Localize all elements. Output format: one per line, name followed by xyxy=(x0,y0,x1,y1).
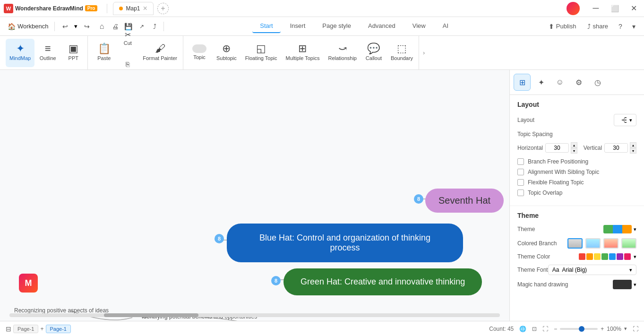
branch-icon-3[interactable] xyxy=(603,238,618,249)
outline-button[interactable]: ≡ Outline xyxy=(35,39,60,67)
undo-button[interactable]: ↩ xyxy=(59,20,72,33)
redo-button[interactable]: ↪ xyxy=(80,20,94,33)
checkbox-alignment-box[interactable] xyxy=(517,169,524,175)
publish-button[interactable]: ⬆ Publish xyxy=(543,20,582,33)
help-button[interactable]: ? xyxy=(614,20,627,33)
settings-dropdown[interactable]: ▾ xyxy=(627,20,640,33)
canvas-area[interactable]: 8 Seventh Hat 8 Blue Hat: Control and or… xyxy=(0,70,509,321)
fullscreen-icon[interactable]: ⛶ xyxy=(542,326,548,332)
checkbox-flexible-box[interactable] xyxy=(517,179,524,186)
panel-emoji-btn[interactable]: ☺ xyxy=(551,74,568,91)
branch-circle-seventh[interactable]: 8 xyxy=(414,194,423,204)
horizontal-scrollbar[interactable] xyxy=(9,313,500,317)
app-name: Wondershare EdrawMind xyxy=(15,5,83,12)
current-page-tag[interactable]: Page-1 xyxy=(46,325,71,333)
zoom-out-icon[interactable]: − xyxy=(554,326,557,332)
mindmap-button[interactable]: ✦ MindMap xyxy=(6,39,34,67)
tab-insert[interactable]: Insert xyxy=(283,19,313,33)
vertical-down[interactable]: ▾ xyxy=(630,148,636,154)
green-hat-topic[interactable]: Green Hat: Creative and innovative think… xyxy=(283,268,482,295)
ppt-label: PPT xyxy=(69,55,78,61)
tab-close-icon[interactable]: × xyxy=(143,4,147,13)
magic-drawing-label: Magic hand drawing xyxy=(517,281,568,288)
panel-sparkle-btn[interactable]: ✦ xyxy=(532,74,550,91)
floating-topic-label: Floating Topic xyxy=(245,55,277,61)
vertical-input[interactable] xyxy=(604,143,628,153)
tab-advanced[interactable]: Advanced xyxy=(361,19,403,33)
theme-font-selector[interactable]: Aa Arial (Big) ▾ xyxy=(548,265,636,275)
page-1-tag[interactable]: Page-1 xyxy=(13,325,38,333)
format-painter-button[interactable]: 🖌 Format Painter xyxy=(139,39,181,67)
seventh-hat-node[interactable]: 8 Seventh Hat xyxy=(425,189,504,213)
paste-button[interactable]: 📋 Paste xyxy=(92,39,116,67)
horizontal-up[interactable]: ▴ xyxy=(571,142,577,148)
zoom-slider[interactable] xyxy=(560,328,598,330)
minimize-button[interactable]: ─ xyxy=(589,2,602,15)
relationship-button[interactable]: ⤻ Relationship xyxy=(324,39,361,67)
fullscreen-button[interactable]: ⛶ xyxy=(633,326,638,332)
callout-icon: 💬 xyxy=(367,43,380,54)
callout-button[interactable]: 💬 Callout xyxy=(361,39,386,67)
home-button[interactable]: ⌂ xyxy=(95,20,109,33)
layout-selector[interactable]: ▾ xyxy=(614,114,636,126)
tab-ai[interactable]: AI xyxy=(435,19,456,33)
vertical-up[interactable]: ▴ xyxy=(630,142,636,148)
tab-add-button[interactable]: + xyxy=(157,3,169,14)
maximize-button[interactable]: ⬜ xyxy=(608,2,621,15)
toolbar-more[interactable]: › xyxy=(421,47,427,58)
floating-topic-button[interactable]: ◱ Floating Topic xyxy=(241,39,281,67)
globe-icon[interactable]: 🌐 xyxy=(519,326,526,332)
cut-label: Cut xyxy=(124,40,132,46)
divider2 xyxy=(163,22,164,31)
zoom-dropdown[interactable]: ▾ xyxy=(624,326,627,332)
theme-color-swatches xyxy=(579,253,631,260)
workbench-button[interactable]: 🏠 Workbench xyxy=(4,21,52,32)
checkbox-branch-free-box[interactable] xyxy=(517,158,524,165)
tab-view[interactable]: View xyxy=(405,19,433,33)
theme-color-selector[interactable]: ▾ xyxy=(579,253,636,260)
panel-clock-btn[interactable]: ◷ xyxy=(589,74,606,91)
boundary-button[interactable]: ⬚ Boundary xyxy=(387,39,417,67)
share-button[interactable]: ⤴ share xyxy=(582,20,614,33)
scrollbar-thumb[interactable] xyxy=(104,313,198,317)
app-tab[interactable]: Map1 × xyxy=(113,2,153,15)
topic-button[interactable]: Topic xyxy=(187,39,212,67)
panel-layout-btn[interactable]: ⊞ xyxy=(514,74,531,91)
page-add-button[interactable]: + xyxy=(40,326,43,332)
multiple-topics-label: Multiple Topics xyxy=(285,55,319,61)
tab-start[interactable]: Start xyxy=(252,19,280,33)
panel-gear-btn[interactable]: ⚙ xyxy=(570,74,587,91)
green-hat-node[interactable]: 8 Green Hat: Creative and innovative thi… xyxy=(283,268,482,295)
cut-button[interactable]: ✂ Cut xyxy=(117,24,138,52)
svg-rect-4 xyxy=(625,117,627,118)
branch-icon-1[interactable] xyxy=(567,238,583,249)
branch-icon-4[interactable] xyxy=(621,238,636,249)
magic-drawing-row: Magic hand drawing ▾ xyxy=(517,280,636,289)
avatar[interactable] xyxy=(567,2,580,15)
tab-page-style[interactable]: Page style xyxy=(315,19,359,33)
zoom-in-icon[interactable]: + xyxy=(601,326,604,332)
checkbox-overlap: Topic Overlap xyxy=(517,190,636,196)
branch-icon-2[interactable] xyxy=(585,238,601,249)
blue-hat-node[interactable]: 8 Blue Hat: Control and organization of … xyxy=(227,224,463,262)
magic-dropdown-arrow: ▾ xyxy=(634,282,636,288)
horizontal-input[interactable] xyxy=(545,143,569,153)
share-icon-btn[interactable]: ⤴ xyxy=(148,20,162,33)
page-layout-icon[interactable]: ⊟ xyxy=(6,325,11,333)
horizontal-down[interactable]: ▾ xyxy=(571,148,577,154)
branch-circle-green[interactable]: 8 xyxy=(271,276,281,285)
floating-topic-icon: ◱ xyxy=(256,43,266,54)
fit-icon[interactable]: ⊡ xyxy=(532,326,537,332)
undo-redo-group: ↩ ▾ ↪ xyxy=(59,20,94,33)
blue-hat-topic[interactable]: Blue Hat: Control and organization of th… xyxy=(227,224,463,262)
subtopic-button[interactable]: ⊕ Subtopic xyxy=(213,39,240,67)
close-button[interactable]: ✕ xyxy=(627,2,640,15)
multiple-topics-button[interactable]: ⊞ Multiple Topics xyxy=(282,39,323,67)
seventh-hat-topic[interactable]: Seventh Hat xyxy=(425,189,504,213)
theme-selector[interactable]: ▾ xyxy=(603,225,636,233)
branch-circle-blue[interactable]: 8 xyxy=(215,234,224,243)
ppt-button[interactable]: ▣ PPT xyxy=(61,39,86,67)
checkbox-overlap-box[interactable] xyxy=(517,190,524,196)
magic-drawing-selector[interactable]: ▾ xyxy=(613,280,636,289)
undo-dropdown[interactable]: ▾ xyxy=(73,23,79,30)
